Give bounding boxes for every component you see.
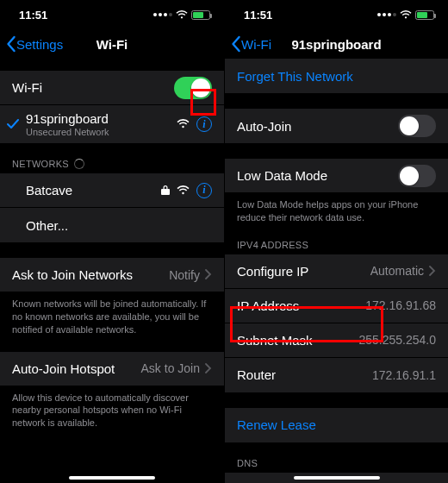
signal-icon	[377, 13, 396, 16]
spinner-icon	[74, 159, 84, 169]
router-row: Router 172.16.91.1	[225, 358, 448, 392]
network-row-batcave[interactable]: Batcave i	[0, 173, 224, 208]
autojoin-toggle[interactable]	[398, 115, 436, 137]
ask-to-join-row[interactable]: Ask to Join Networks Notify	[0, 258, 224, 292]
lock-icon	[161, 185, 170, 196]
chevron-right-icon	[205, 267, 212, 282]
ask-footer: Known networks will be joined automatica…	[0, 292, 224, 336]
autojoin-hotspot-row[interactable]: Auto-Join Hotspot Ask to Join	[0, 352, 224, 386]
autojoin-row[interactable]: Auto-Join	[225, 109, 448, 143]
back-button[interactable]: Wi-Fi	[225, 35, 271, 53]
checkmark-icon	[7, 117, 19, 132]
clock: 11:51	[19, 9, 47, 22]
back-button[interactable]: Settings	[0, 35, 63, 53]
lowdata-row[interactable]: Low Data Mode	[225, 159, 448, 193]
chevron-right-icon	[429, 264, 436, 279]
ip-address-row: IP Address 172.16.91.68	[225, 289, 448, 323]
connected-network-row[interactable]: 91springboard Unsecured Network i	[0, 105, 224, 143]
lowdata-footer: Low Data Mode helps apps on your iPhone …	[225, 193, 448, 224]
networks-header: NETWORKS	[0, 159, 224, 173]
dns-header: DNS	[225, 458, 448, 473]
info-icon[interactable]: i	[196, 116, 212, 132]
network-row-other[interactable]: Other...	[0, 208, 224, 242]
home-indicator[interactable]	[294, 476, 380, 480]
wifi-settings-screen: 11:51 Settings Wi-Fi Wi-Fi 91springbo	[0, 0, 224, 483]
info-icon[interactable]: i	[196, 183, 212, 198]
ipv4-header: IPV4 ADDRESS	[225, 240, 448, 254]
renew-lease-button[interactable]: Renew Lease	[225, 408, 448, 442]
nav-bar: Settings Wi-Fi	[0, 29, 224, 59]
configure-ip-row[interactable]: Configure IP Automatic	[225, 254, 448, 289]
clock: 11:51	[244, 9, 272, 22]
lowdata-toggle[interactable]	[398, 165, 436, 187]
chevron-right-icon	[205, 361, 212, 376]
forget-network-button[interactable]: Forget This Network	[225, 59, 448, 93]
status-bar: 11:51	[225, 0, 448, 29]
wifi-toggle[interactable]	[174, 77, 212, 99]
hotspot-footer: Allow this device to automatically disco…	[0, 386, 224, 430]
status-bar: 11:51	[0, 0, 224, 29]
home-indicator[interactable]	[69, 476, 155, 480]
nav-bar: Wi-Fi 91springboard	[225, 29, 448, 59]
wifi-master-toggle-row[interactable]: Wi-Fi	[0, 71, 224, 105]
subnet-mask-row: Subnet Mask 255.255.254.0	[225, 323, 448, 358]
battery-icon	[191, 10, 210, 20]
wifi-icon	[400, 10, 412, 20]
network-detail-screen: 11:51 Wi-Fi 91springboard Forget This Ne…	[224, 0, 448, 483]
wifi-icon	[176, 10, 188, 20]
wifi-signal-icon	[177, 119, 190, 129]
signal-icon	[153, 13, 172, 16]
wifi-signal-icon	[177, 185, 190, 196]
battery-icon	[415, 10, 434, 20]
